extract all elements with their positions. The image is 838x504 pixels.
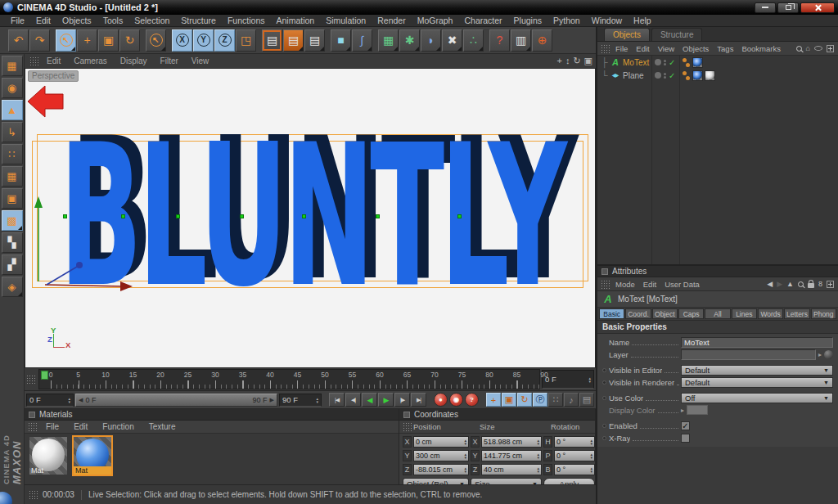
add-particles-button[interactable]: ∴	[463, 29, 484, 52]
playhead[interactable]	[41, 371, 48, 380]
x-ray-checkbox[interactable]	[681, 434, 690, 443]
orbit-icon[interactable]: ↻	[573, 56, 580, 66]
spinner-icon[interactable]: ▴▾	[537, 452, 539, 459]
current-frame-field[interactable]: 0 F ▴▾	[26, 394, 74, 407]
enabled-checkbox[interactable]: ✓	[681, 421, 690, 430]
visible-in-editor-select[interactable]: Default▼	[681, 365, 833, 376]
spinner-icon[interactable]: ▴▾	[464, 439, 466, 445]
color-flyout-icon[interactable]: ▸	[681, 407, 684, 414]
materials-menu-file[interactable]: File	[38, 422, 66, 431]
next-frame-button[interactable]: |▶	[394, 393, 410, 407]
attributes-menu-user-data[interactable]: User Data	[660, 280, 704, 289]
attributes-menu-mode[interactable]: Mode	[611, 280, 639, 289]
attr-tab-words[interactable]: Words	[758, 308, 783, 319]
axis-mode-button[interactable]: ↳	[2, 122, 23, 142]
animation-dot-icon[interactable]	[602, 396, 606, 400]
model-mode-button[interactable]: ◉	[2, 78, 23, 98]
panel-grip-icon[interactable]	[26, 375, 35, 384]
range-left-arrow-icon[interactable]: ◀	[79, 397, 83, 403]
make-editable-button[interactable]: ▦	[2, 56, 23, 76]
polygons-mode-button[interactable]: ▣	[2, 188, 23, 209]
pan-icon[interactable]: +	[556, 56, 561, 66]
panel-grip-icon[interactable]	[29, 490, 38, 499]
menu-edit[interactable]: Edit	[30, 16, 56, 25]
snapshot-icon[interactable]: 8	[818, 280, 822, 288]
lock-icon[interactable]	[808, 283, 814, 288]
goto-end-button[interactable]: ▶|	[411, 393, 426, 407]
edges-mode-button[interactable]: ▦	[2, 166, 23, 187]
rotation-b-input[interactable]: 0 °▴▾	[554, 464, 595, 475]
back-icon[interactable]: ◀	[767, 280, 773, 288]
animation-help-button[interactable]: ?	[465, 393, 479, 407]
object-axis-gizmo[interactable]	[25, 69, 596, 368]
layer-flyout-icon[interactable]: ▸	[818, 351, 822, 358]
help-button[interactable]: ?	[489, 29, 510, 52]
use-color-select[interactable]: Off▼	[681, 393, 833, 403]
material-swatch-1[interactable]: Mat	[29, 437, 67, 475]
forward-icon[interactable]: ▶	[777, 280, 782, 288]
home-icon[interactable]: ⌂	[806, 44, 810, 52]
close-button[interactable]	[800, 2, 835, 13]
selection-handle[interactable]	[302, 214, 306, 218]
spinner-icon[interactable]: ▴▾	[590, 439, 592, 445]
filter-icon[interactable]	[814, 46, 822, 51]
key-parameter-button[interactable]: Ⓟ	[533, 393, 547, 407]
add-mograph-button[interactable]: ✱	[399, 29, 420, 52]
viewport-menu-display[interactable]: Display	[114, 56, 154, 65]
menu-simulation[interactable]: Simulation	[320, 16, 372, 25]
goto-start-button[interactable]: |◀	[329, 393, 345, 407]
coordinate-system-button[interactable]: ◳	[236, 29, 256, 52]
new-panel-icon[interactable]	[827, 281, 834, 288]
material-tag-white[interactable]	[705, 70, 715, 81]
material-tag-blue[interactable]	[692, 57, 703, 68]
objects-menu-file[interactable]: File	[611, 44, 632, 53]
new-panel-icon[interactable]	[827, 45, 834, 52]
position-z-input[interactable]: -88.015 cm▴▾	[413, 464, 469, 475]
autokeying-button[interactable]: ◉	[449, 393, 463, 407]
layer-dot-toggle[interactable]	[655, 59, 661, 65]
object-row-motext[interactable]: ├AMoText✓	[597, 56, 838, 69]
menu-tools[interactable]: Tools	[97, 16, 129, 25]
menu-plugins[interactable]: Plugins	[508, 16, 547, 25]
layer-browser-icon[interactable]	[824, 350, 833, 359]
texture-axis-mode-button[interactable]: ▞	[2, 254, 23, 275]
object-row-plane[interactable]: └◆Plane✓	[597, 69, 838, 82]
attr-tab-object[interactable]: Object	[652, 308, 678, 319]
selection-handle[interactable]	[376, 214, 380, 218]
viewport-menu-cameras[interactable]: Cameras	[67, 56, 114, 65]
objects-menu-objects[interactable]: Objects	[678, 44, 713, 53]
layer-field[interactable]	[681, 349, 816, 360]
panel-window-icon[interactable]	[601, 268, 608, 275]
enabled-check-icon[interactable]: ✓	[669, 58, 675, 67]
add-deformer-button[interactable]: ◗	[421, 29, 441, 52]
menu-character[interactable]: Character	[458, 16, 507, 25]
panel-grip-icon[interactable]	[601, 280, 610, 289]
object-axis-mode-button[interactable]: ▲	[2, 100, 23, 120]
move-button[interactable]: +	[77, 29, 97, 52]
attr-tab-coord[interactable]: Coord.	[625, 308, 651, 319]
viewport-menu-edit[interactable]: Edit	[40, 56, 67, 65]
live-selection-button[interactable]: ↖	[56, 29, 76, 52]
points-mode-button[interactable]: ∷	[2, 144, 23, 164]
attr-tab-caps[interactable]: Caps	[678, 308, 704, 319]
size-y-input[interactable]: 141.775 cm▴▾	[481, 450, 542, 461]
menu-selection[interactable]: Selection	[128, 16, 175, 25]
add-environment-button[interactable]: ✖	[442, 29, 462, 52]
end-frame-field[interactable]: 90 F ▴▾	[279, 394, 322, 407]
selection-handle[interactable]	[176, 214, 180, 218]
spinner-icon[interactable]: ▴▾	[464, 452, 466, 459]
objects-menu-bookmarks[interactable]: Bookmarks	[737, 44, 785, 53]
panel-grip-icon[interactable]	[29, 56, 38, 65]
menu-animation[interactable]: Animation	[270, 16, 320, 25]
model-selection-mode-button[interactable]: ▩	[2, 210, 23, 231]
tab-structure[interactable]: Structure	[651, 28, 703, 41]
restore-button[interactable]	[777, 2, 799, 13]
menu-structure[interactable]: Structure	[175, 16, 222, 25]
search-icon[interactable]	[796, 46, 802, 52]
spinner-icon[interactable]: ▴▾	[68, 397, 70, 403]
animation-dot-icon[interactable]	[602, 368, 606, 372]
attr-tab-phong[interactable]: Phong	[811, 308, 836, 319]
panel-window-icon[interactable]	[403, 412, 410, 418]
previous-frame-button[interactable]: ◀|	[345, 393, 361, 407]
materials-menu-function[interactable]: Function	[95, 422, 141, 431]
